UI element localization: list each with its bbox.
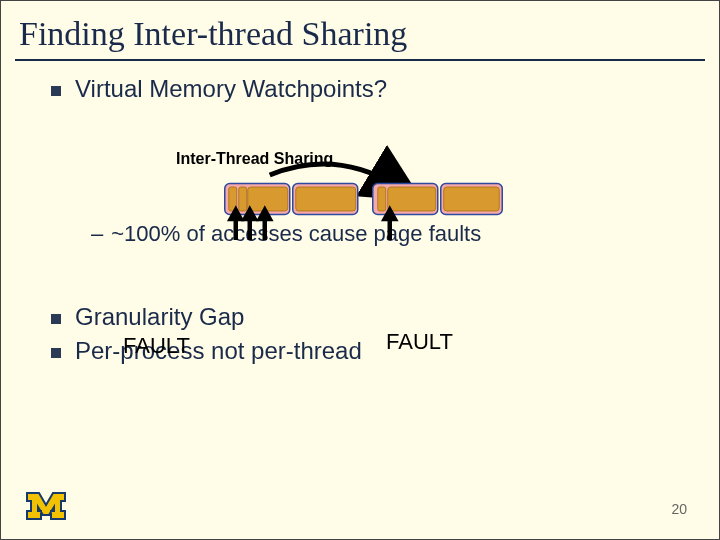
- mem-block: [248, 187, 288, 211]
- memory-diagram: [86, 176, 641, 256]
- label-fault-2: FAULT: [386, 329, 453, 355]
- square-bullet-icon: [51, 348, 61, 358]
- umich-logo-icon: [25, 491, 67, 521]
- mem-block: [239, 187, 247, 211]
- label-fault-1: FAULT: [123, 333, 190, 359]
- mem-block: [296, 187, 356, 211]
- bullet-1-text: Virtual Memory Watchpoints?: [75, 75, 387, 103]
- bullet-2: Granularity Gap: [51, 303, 679, 331]
- mem-block: [388, 187, 436, 211]
- bullet-2-text: Granularity Gap: [75, 303, 244, 331]
- mem-block: [444, 187, 500, 211]
- bullet-1: Virtual Memory Watchpoints?: [51, 75, 679, 103]
- page-number: 20: [671, 501, 687, 517]
- slide-title: Finding Inter-thread Sharing: [1, 1, 719, 59]
- square-bullet-icon: [51, 86, 61, 96]
- bullet-3-text: Per-process not per-thread: [75, 337, 362, 365]
- square-bullet-icon: [51, 314, 61, 324]
- mem-block: [378, 187, 386, 211]
